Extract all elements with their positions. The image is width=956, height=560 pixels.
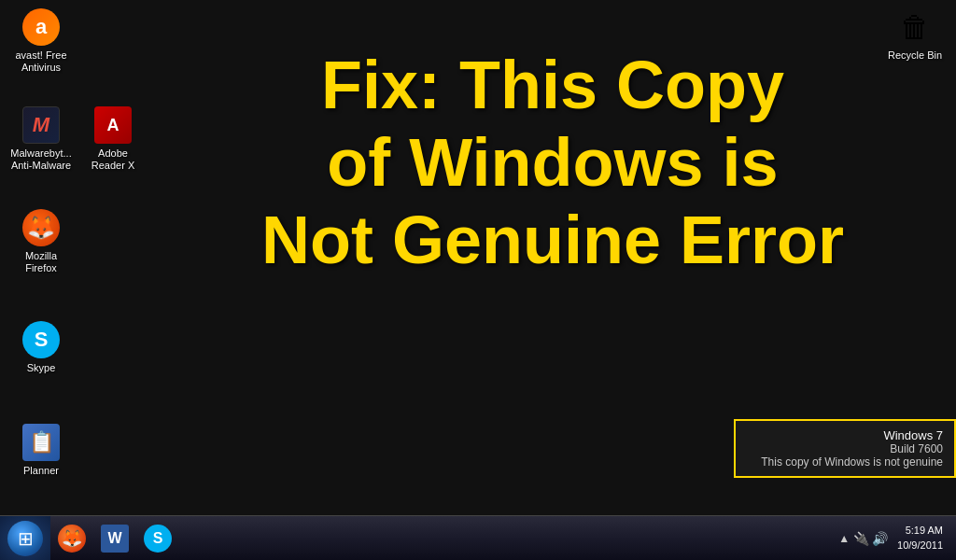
desktop-icon-skype[interactable]: S Skype [7,317,75,378]
malwarebytes-icon-img: M [22,106,60,144]
taskbar-word-button[interactable]: W [94,518,135,559]
tray-icons: 🔌 🔊 [853,531,888,546]
avast-icon-label: avast! Free Antivirus [11,49,71,74]
taskbar-word-icon: W [101,525,129,553]
skype-icon-graphic: S [22,321,60,358]
skype-icon-label: Skype [27,362,56,374]
desktop-icon-adobe[interactable]: A Adobe Reader X [79,103,147,175]
taskbar-skype-icon: S [144,525,172,553]
recycle-bin-icon-graphic: 🗑 [896,7,934,48]
avast-icon-graphic: a [22,8,60,46]
start-orb: ⊞ [7,521,43,556]
adobe-icon-graphic: A [94,106,132,144]
system-tray: ▲ 🔌 🔊 5:19 AM 10/9/2011 [838,524,956,553]
skype-icon-img: S [22,321,60,358]
tray-show-hidden-button[interactable]: ▲ [838,532,850,545]
recycle-bin-icon-img: 🗑 [896,8,934,46]
notification-os: Windows 7 [747,428,943,442]
malwarebytes-icon-label: Malwarebyt... Anti-Malware [10,147,71,172]
tray-volume-icon: 🔊 [872,531,888,546]
heading-line2: of Windows is [168,124,937,202]
start-button[interactable]: ⊞ [0,516,50,561]
heading-line3: Not Genuine Error [168,202,937,279]
not-genuine-notification: Windows 7 Build 7600 This copy of Window… [734,419,956,478]
notification-build: Build 7600 [747,442,943,455]
tray-clock[interactable]: 5:19 AM 10/9/2011 [892,524,949,553]
adobe-icon-img: A [94,106,132,144]
planner-icon-graphic: 📋 [22,424,60,461]
tray-date: 10/9/2011 [897,539,943,553]
firefox-desktop-icon-label: Mozilla Firefox [11,250,71,274]
adobe-icon-label: Adobe Reader X [83,147,143,172]
taskbar: ⊞ 🦊 W S ▲ 🔌 🔊 5:19 AM 10/9/2011 [0,515,956,560]
notification-message: This copy of Windows is not genuine [747,455,943,469]
main-heading: Fix: This Copy of Windows is Not Genuine… [168,47,937,278]
firefox-desktop-icon-graphic: 🦊 [22,209,60,246]
tray-time: 5:19 AM [897,524,943,538]
heading-line1: Fix: This Copy [168,47,937,124]
desktop: a avast! Free Antivirus M Malwarebyt... … [0,0,956,523]
malwarebytes-icon-graphic: M [22,106,60,144]
tray-network-icon: 🔌 [853,531,869,546]
firefox-desktop-icon-img: 🦊 [22,209,60,246]
taskbar-skype-button[interactable]: S [137,518,178,559]
desktop-icon-malwarebytes[interactable]: M Malwarebyt... Anti-Malware [7,103,75,175]
avast-icon-img: a [22,8,60,46]
desktop-icon-firefox[interactable]: 🦊 Mozilla Firefox [7,205,75,278]
desktop-icon-avast[interactable]: a avast! Free Antivirus [7,5,75,77]
planner-icon-img: 📋 [22,424,60,461]
desktop-icon-planner[interactable]: 📋 Planner [7,420,75,481]
taskbar-firefox-button[interactable]: 🦊 [51,518,92,559]
taskbar-firefox-icon: 🦊 [58,525,86,553]
planner-icon-label: Planner [23,465,59,477]
